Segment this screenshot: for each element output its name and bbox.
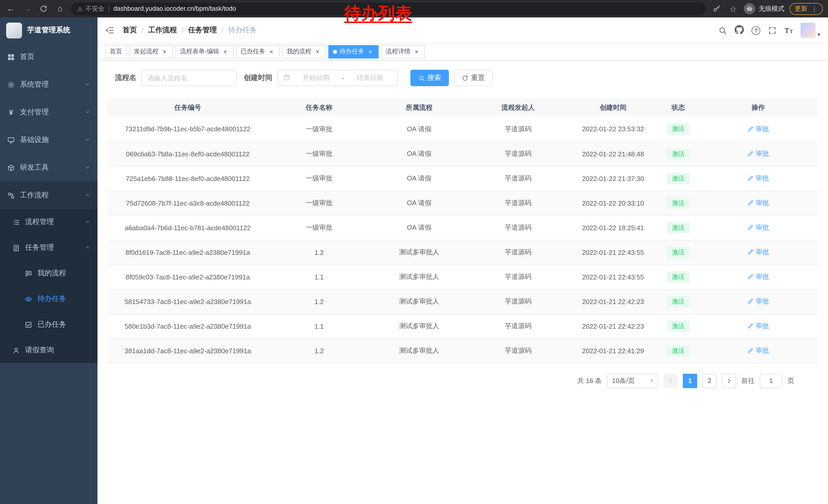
goto-page-field [760,373,782,388]
table-row: 381aa1dd-7ac8-11ec-a9e2-a2380e71991a 1.2… [108,338,818,363]
home-icon[interactable]: ⌂ [54,3,66,14]
status-badge: 激活 [667,295,690,307]
page-button-1[interactable]: 1 [683,373,697,388]
forward-icon[interactable]: → [22,3,33,14]
tab-todo-tasks[interactable]: 待办任务 × [328,45,379,58]
status-badge: 激活 [667,320,690,332]
approve-link[interactable]: 审批 [747,198,769,208]
goto-page-input[interactable] [765,374,777,387]
prev-page-button[interactable] [663,373,678,388]
tab-my-process[interactable]: 我的流程 × [282,45,326,58]
sidebar-item-todo-tasks[interactable]: 待办任务 [0,286,97,312]
date-range-picker[interactable]: 开始日期 - 结束日期 [278,70,398,86]
sidebar-item-devtools[interactable]: 研发工具 [0,154,97,182]
dashboard-icon [7,53,15,61]
todo-task-table: 任务编号 任务名称 所属流程 流程发起人 创建时间 状态 操作 73211d9d… [108,98,818,363]
approve-link[interactable]: 审批 [747,125,769,134]
approve-link[interactable]: 审批 [747,149,769,158]
bookmark-star-icon[interactable]: ☆ [728,3,739,14]
sidebar-item-task-mgmt[interactable]: 任务管理 [0,235,97,261]
approve-link[interactable]: 审批 [747,272,769,281]
sidebar-collapse-icon[interactable] [105,26,114,35]
address-bar[interactable]: ⚠ 不安全 | dashboard.yudao.iocoder.cn/bpm/t… [71,2,706,15]
sidebar-item-infrastructure[interactable]: 基础设施 [0,126,97,154]
next-page-button[interactable] [722,373,736,388]
sidebar-item-home[interactable]: 首页 [0,43,97,71]
chevron-down-icon [85,164,90,172]
reload-icon[interactable] [38,3,49,14]
breadcrumb-home[interactable]: 首页 [123,26,137,35]
search-icon[interactable] [718,26,727,35]
page-button-2[interactable]: 2 [702,373,717,388]
omnibox-divider: | [108,5,110,12]
search-button[interactable]: 搜索 [410,70,449,86]
font-size-icon[interactable]: TT [784,27,793,34]
status-badge: 激活 [667,148,690,160]
close-icon[interactable]: × [413,48,420,55]
close-icon[interactable]: × [161,48,168,55]
kebab-menu-icon[interactable]: ⋮ [811,5,818,12]
approve-link[interactable]: 审批 [747,248,769,257]
key-icon[interactable] [711,3,722,14]
table-row: 069c6a63-7b8a-11ec-8ef0-acde48001122 一级审… [108,141,818,166]
warning-icon: ⚠ [77,5,83,12]
sidebar-item-workflow[interactable]: 工作流程 [0,182,97,209]
close-icon[interactable]: × [367,48,374,55]
yen-icon: ¥ [7,108,15,117]
app-brand[interactable]: 芋道管理系统 [0,17,97,43]
fullscreen-icon[interactable] [768,26,777,35]
breadcrumb-workflow[interactable]: 工作流程 [148,26,177,35]
table-row: 73211d9d-7b9b-11ec-b5b7-acde48001122 一级审… [108,117,818,141]
approve-link[interactable]: 审批 [747,297,769,306]
back-icon[interactable]: ← [5,3,16,14]
approve-link[interactable]: 审批 [747,321,769,331]
list-icon [12,218,20,226]
tab-process-detail[interactable]: 流程详情 × [381,45,425,58]
browser-chrome: ← → ⌂ ⚠ 不安全 | dashboard.yudao.iocoder.cn… [0,0,828,17]
close-icon[interactable]: × [314,48,321,55]
url-text: dashboard.yudao.iocoder.cn/bpm/task/todo [113,5,236,12]
incognito-chip[interactable]: 无痕模式 [744,3,784,14]
column-header: 任务编号 [108,98,268,117]
table-row: 58154733-7ac8-11ec-a9e2-a2380e71991a 1.2… [108,289,818,314]
page-size-select[interactable]: 10条/页 ▾ [607,373,658,388]
help-icon[interactable]: ? [752,26,760,35]
sidebar-item-done-tasks[interactable]: 已办任务 [0,312,97,337]
monitor-icon [7,136,15,144]
tab-home[interactable]: 首页 [105,45,127,58]
gear-icon [7,81,15,88]
tab-form-edit[interactable]: 流程表单-编辑 × [175,45,234,58]
breadcrumb-current: 待办任务 [228,26,257,35]
process-name-input[interactable] [147,70,231,86]
reset-button[interactable]: 重置 [454,70,493,86]
approve-link[interactable]: 审批 [747,174,769,183]
table-header-row: 任务编号 任务名称 所属流程 流程发起人 创建时间 状态 操作 [108,98,818,117]
column-header: 所属流程 [370,98,468,117]
app-logo [6,22,22,38]
close-icon[interactable]: × [268,48,275,55]
page-unit-label: 页 [787,376,794,385]
update-label: 更新 [795,4,808,13]
sidebar-item-payment[interactable]: ¥ 支付管理 [0,98,97,126]
sidebar-item-leave-query[interactable]: 请假查询 [0,337,97,363]
tab-start-process[interactable]: 发起流程 × [129,45,173,58]
check-icon [25,321,32,328]
chevron-right-icon [726,378,732,384]
column-header: 任务名称 [268,98,370,117]
end-date-placeholder: 结束日期 [347,73,392,83]
table-row: 8f0d1619-7ac8-11ec-a9e2-a2380e71991a 1.2… [108,240,818,265]
user-menu[interactable]: ▾ [800,22,820,38]
table-row: 725a1eb6-7b88-11ec-8ef0-acde48001122 一级审… [108,166,818,191]
sidebar-item-process-mgmt[interactable]: 流程管理 [0,209,97,235]
close-icon[interactable]: × [222,48,229,55]
approve-link[interactable]: 审批 [747,346,769,355]
sidebar-item-my-process[interactable]: 我的流程 [0,261,97,286]
sidebar-item-system[interactable]: 系统管理 [0,71,97,98]
approve-link[interactable]: 审批 [747,223,769,232]
tab-done-tasks[interactable]: 已办任务 × [236,45,280,58]
update-button[interactable]: 更新 ⋮ [790,3,823,15]
incognito-icon [744,3,755,14]
breadcrumb-task-mgmt[interactable]: 任务管理 [188,26,217,35]
github-icon[interactable] [735,25,744,36]
page-content: 流程名 创建时间 开始日期 - 结束日期 搜索 [97,60,828,504]
